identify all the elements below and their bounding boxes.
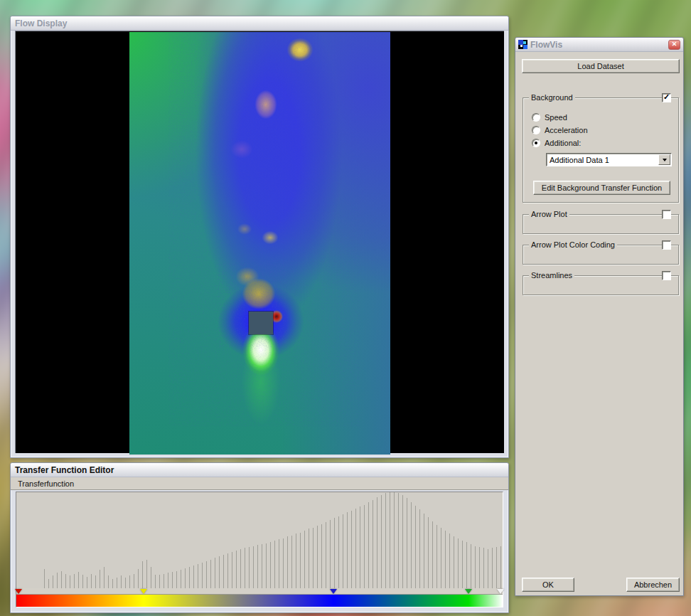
transfer-gradient-bar[interactable] bbox=[16, 594, 503, 607]
flow-display-titlebar[interactable]: Flow Display bbox=[11, 16, 508, 31]
tfe-menubar: Transferfunction bbox=[11, 477, 508, 490]
obstacle-square bbox=[249, 312, 273, 334]
transfer-marker[interactable] bbox=[497, 589, 504, 594]
ok-button-label: OK bbox=[542, 580, 554, 589]
acceleration-radio[interactable] bbox=[532, 126, 540, 134]
background-group-label: Background bbox=[529, 93, 575, 102]
background-checkbox[interactable] bbox=[662, 93, 671, 102]
edit-background-transfer-function-button[interactable]: Edit Background Transfer Function bbox=[533, 181, 670, 195]
transfer-marker[interactable] bbox=[140, 589, 147, 594]
load-dataset-button[interactable]: Load Dataset bbox=[522, 59, 680, 73]
background-group: Background Speed Acceleration Additional… bbox=[523, 97, 679, 203]
additional-radio-label: Additional: bbox=[545, 139, 581, 147]
flow-display-title: Flow Display bbox=[15, 18, 67, 28]
transfer-marker[interactable] bbox=[15, 589, 22, 594]
speed-radio-label: Speed bbox=[545, 113, 567, 122]
marker-row bbox=[16, 588, 503, 594]
flowvis-window: FlowVis ✕ Load Dataset Background Speed … bbox=[515, 37, 684, 596]
arrow-plot-color-coding-checkbox[interactable] bbox=[662, 240, 671, 250]
streamlines-group-label: Streamlines bbox=[529, 271, 574, 280]
transfer-marker[interactable] bbox=[465, 589, 472, 594]
speed-radio[interactable] bbox=[532, 113, 540, 122]
histogram-bars[interactable] bbox=[16, 492, 503, 588]
radio-row-additional[interactable]: Additional: bbox=[532, 138, 581, 148]
arrow-plot-group: Arrow Plot bbox=[523, 214, 679, 234]
additional-data-dropdown[interactable]: Additional Data 1 bbox=[546, 153, 672, 166]
cancel-button[interactable]: Abbrechen bbox=[626, 578, 680, 592]
tfe-title: Transfer Function Editor bbox=[15, 465, 114, 475]
dropdown-arrow-button[interactable] bbox=[658, 154, 670, 165]
transferfunction-label: Transferfunction bbox=[18, 479, 74, 488]
transfer-function-editor-window: Transfer Function Editor Transferfunctio… bbox=[10, 462, 509, 613]
transfer-function-editor-area bbox=[16, 492, 503, 607]
dropdown-selected-value: Additional Data 1 bbox=[547, 156, 658, 164]
arrow-plot-checkbox[interactable] bbox=[662, 210, 671, 219]
cancel-button-label: Abbrechen bbox=[634, 580, 672, 589]
acceleration-radio-label: Acceleration bbox=[545, 126, 588, 134]
transfer-marker[interactable] bbox=[330, 589, 337, 594]
streamlines-group: Streamlines bbox=[523, 275, 679, 295]
flowvis-titlebar[interactable]: FlowVis ✕ bbox=[515, 38, 683, 52]
flowvis-title: FlowVis bbox=[530, 40, 665, 50]
tfe-titlebar[interactable]: Transfer Function Editor bbox=[11, 463, 508, 477]
arrow-plot-group-label: Arrow Plot bbox=[529, 210, 569, 218]
radio-row-acceleration[interactable]: Acceleration bbox=[532, 125, 588, 135]
radio-row-speed[interactable]: Speed bbox=[532, 112, 567, 122]
load-dataset-label: Load Dataset bbox=[577, 62, 623, 70]
flow-canvas bbox=[15, 31, 504, 453]
flow-visualization bbox=[129, 32, 390, 455]
ok-button[interactable]: OK bbox=[522, 578, 574, 592]
streamlines-checkbox[interactable] bbox=[662, 271, 671, 280]
additional-radio[interactable] bbox=[532, 139, 540, 147]
arrow-plot-color-coding-group-label: Arrow Plot Color Coding bbox=[529, 240, 617, 249]
noise-texture bbox=[129, 32, 390, 455]
arrow-plot-color-coding-group: Arrow Plot Color Coding bbox=[523, 245, 679, 265]
chevron-down-icon bbox=[663, 159, 667, 161]
close-icon[interactable]: ✕ bbox=[668, 40, 680, 50]
flow-display-window: Flow Display bbox=[10, 16, 509, 458]
edit-button-label: Edit Background Transfer Function bbox=[542, 184, 662, 192]
flowvis-app-icon bbox=[518, 40, 527, 49]
